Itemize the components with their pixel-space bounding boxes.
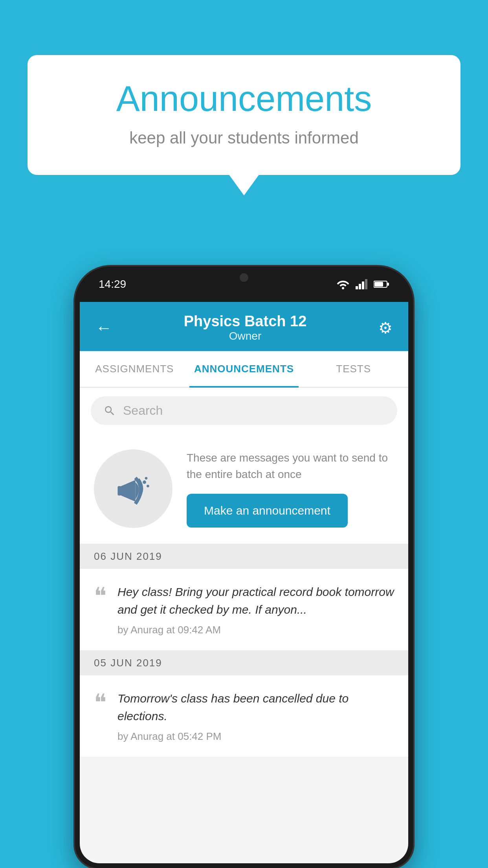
svg-marker-7 [120, 480, 136, 502]
announcement-text-2: Tomorrow's class has been cancelled due … [117, 690, 394, 725]
announcement-meta-1: by Anurag at 09:42 AM [117, 624, 394, 636]
megaphone-icon [112, 467, 155, 510]
announcement-text-1: Hey class! Bring your practical record b… [117, 583, 394, 618]
tab-assignments[interactable]: ASSIGNMENTS [80, 351, 189, 387]
promo-icon-circle [94, 449, 172, 528]
tab-tests[interactable]: TESTS [299, 351, 408, 387]
battery-icon [374, 280, 389, 289]
svg-rect-1 [359, 284, 361, 289]
date-separator-2: 05 JUN 2019 [80, 651, 408, 675]
date-separator-1: 06 JUN 2019 [80, 544, 408, 569]
settings-button[interactable]: ⚙ [378, 319, 393, 337]
bubble-subtitle: keep all your students informed [59, 129, 429, 147]
search-section: Search [80, 388, 408, 434]
make-announcement-button[interactable]: Make an announcement [187, 494, 348, 528]
quote-icon-1: ❝ [94, 585, 106, 608]
svg-point-11 [145, 477, 148, 480]
signal-icon [356, 279, 368, 289]
wifi-icon [336, 279, 350, 289]
header-subtitle: Owner [184, 330, 307, 342]
notch [205, 267, 283, 288]
camera-dot [240, 273, 248, 282]
quote-icon-2: ❝ [94, 691, 106, 715]
search-placeholder: Search [123, 403, 163, 418]
svg-rect-0 [356, 286, 358, 289]
phone-screen: ← Physics Batch 12 Owner ⚙ ASSIGNMENTS A… [80, 302, 408, 863]
status-icons [336, 279, 389, 289]
svg-rect-3 [365, 279, 367, 289]
promo-right: These are messages you want to send to t… [187, 450, 394, 528]
announcement-meta-2: by Anurag at 05:42 PM [117, 730, 394, 743]
header-title: Physics Batch 12 [184, 313, 307, 330]
bubble-title: Announcements [59, 79, 429, 119]
phone-frame: 14:29 ← [75, 267, 413, 868]
svg-point-9 [143, 480, 146, 484]
status-bar: 14:29 [75, 267, 413, 302]
svg-rect-5 [374, 282, 383, 287]
announcement-item-1[interactable]: ❝ Hey class! Bring your practical record… [80, 569, 408, 651]
search-icon [103, 405, 116, 417]
status-time: 14:29 [99, 278, 126, 291]
announcement-content-2: Tomorrow's class has been cancelled due … [117, 690, 394, 743]
tab-announcements[interactable]: ANNOUNCEMENTS [189, 351, 299, 387]
svg-rect-8 [117, 486, 121, 495]
back-button[interactable]: ← [95, 318, 112, 337]
promo-section: These are messages you want to send to t… [80, 434, 408, 544]
announcement-content-1: Hey class! Bring your practical record b… [117, 583, 394, 636]
search-box[interactable]: Search [91, 396, 397, 425]
tabs-bar: ASSIGNMENTS ANNOUNCEMENTS TESTS [80, 351, 408, 388]
svg-rect-6 [387, 283, 389, 286]
speech-bubble: Announcements keep all your students inf… [28, 55, 460, 175]
app-header: ← Physics Batch 12 Owner ⚙ [80, 302, 408, 351]
speech-bubble-container: Announcements keep all your students inf… [28, 55, 460, 175]
header-title-section: Physics Batch 12 Owner [184, 313, 307, 342]
svg-point-10 [147, 485, 149, 487]
svg-rect-2 [362, 281, 364, 289]
announcement-item-2[interactable]: ❝ Tomorrow's class has been cancelled du… [80, 675, 408, 757]
promo-description: These are messages you want to send to t… [187, 450, 394, 483]
